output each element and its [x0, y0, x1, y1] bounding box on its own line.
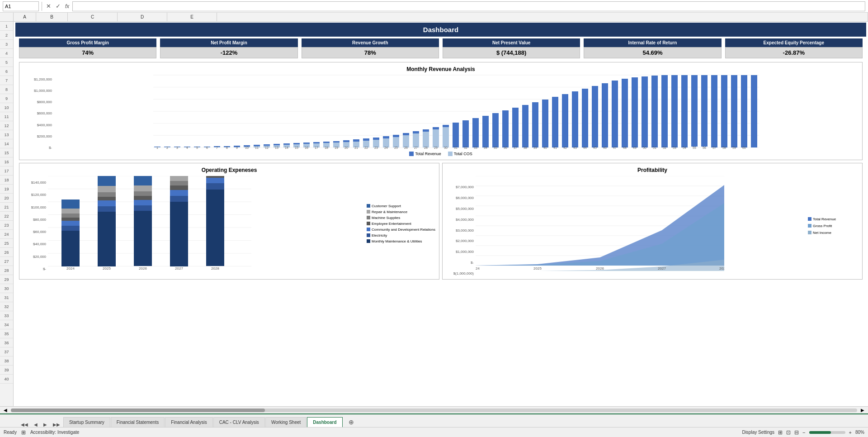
svg-text:58: 58: [722, 146, 726, 149]
svg-rect-174: [98, 206, 116, 212]
svg-text:33: 33: [474, 146, 477, 149]
svg-text:26: 26: [404, 146, 408, 149]
svg-rect-185: [134, 185, 152, 191]
col-header-B: B: [36, 13, 68, 21]
svg-rect-194: [206, 183, 224, 190]
svg-text:41: 41: [553, 146, 557, 149]
kpi-eep: Expected Equity Percentage -26.87%: [725, 38, 863, 58]
formula-input[interactable]: [72, 1, 865, 11]
svg-rect-196: [206, 176, 224, 178]
tab-startup-summary[interactable]: Startup Summary: [63, 417, 110, 427]
formula-bar-sep: [42, 2, 42, 11]
zoom-level: 80%: [855, 430, 864, 435]
svg-text:60: 60: [742, 146, 746, 149]
svg-text:56: 56: [703, 146, 706, 149]
svg-rect-190: [170, 185, 188, 190]
cancel-icon[interactable]: ✕: [45, 3, 52, 10]
zoom-plus-icon[interactable]: +: [849, 430, 852, 435]
svg-rect-191: [170, 181, 188, 185]
status-bar: Ready ⊞ Accessibility: Investigate Displ…: [0, 427, 868, 437]
page-break-icon[interactable]: ⊟: [794, 429, 799, 436]
svg-rect-54: [622, 79, 628, 147]
svg-text:25: 25: [394, 146, 398, 149]
svg-rect-48: [562, 94, 568, 147]
svg-text:44: 44: [583, 146, 587, 149]
svg-rect-57: [651, 76, 658, 147]
svg-text:27: 27: [414, 146, 418, 149]
svg-text:29: 29: [434, 146, 438, 149]
svg-rect-60: [681, 75, 688, 147]
svg-rect-44: [522, 105, 528, 147]
svg-text:21: 21: [354, 146, 358, 149]
status-ready: Ready: [4, 430, 17, 435]
fx-icon[interactable]: fx: [64, 3, 71, 10]
tab-working-sheet[interactable]: Working Sheet: [265, 417, 307, 427]
op-expenses-svg: 2024 2025 2026 2027 2028: [48, 176, 251, 271]
svg-rect-189: [170, 190, 188, 196]
svg-text:4: 4: [186, 146, 188, 149]
svg-rect-175: [98, 200, 116, 206]
zoom-minus-icon[interactable]: −: [802, 430, 805, 435]
svg-text:36: 36: [504, 146, 507, 149]
tab-dashboard[interactable]: Dashboard: [307, 417, 342, 427]
tab-cac-clv[interactable]: CAC - CLV Analysis: [213, 417, 265, 427]
svg-text:7: 7: [216, 146, 218, 149]
svg-rect-96: [433, 129, 439, 147]
monthly-revenue-svg: 1 2 3 4 5 6 7 8 9 10 11 12 13 14 15 16 1: [54, 75, 859, 150]
svg-text:2027: 2027: [658, 266, 666, 271]
svg-text:23: 23: [374, 146, 378, 149]
svg-rect-65: [731, 75, 737, 147]
svg-rect-50: [582, 89, 588, 147]
monthly-revenue-title: Monthly Revenue Analysis: [23, 66, 859, 72]
content-area: Dashboard Gross Profit Margin 74% Net Pr…: [14, 22, 868, 406]
svg-rect-168: [61, 221, 80, 226]
profitability-title: Profitability: [446, 167, 859, 173]
tab-nav-left[interactable]: ◀◀: [18, 422, 31, 427]
svg-text:54: 54: [683, 146, 686, 149]
svg-rect-180: [134, 211, 152, 266]
svg-rect-184: [134, 191, 152, 196]
col-header-C: C: [68, 13, 118, 21]
normal-view-icon[interactable]: ⊞: [778, 429, 783, 436]
svg-rect-67: [751, 75, 757, 147]
svg-text:2025: 2025: [103, 266, 111, 271]
svg-text:46: 46: [603, 146, 607, 149]
svg-text:2: 2: [166, 146, 168, 149]
svg-text:12: 12: [265, 146, 269, 149]
tab-nav-prev[interactable]: ◀: [31, 422, 40, 427]
svg-text:2028: 2028: [211, 266, 219, 271]
svg-text:6: 6: [206, 146, 208, 149]
svg-text:55: 55: [693, 146, 696, 149]
svg-rect-39: [472, 118, 479, 147]
confirm-icon[interactable]: ✓: [54, 3, 62, 10]
svg-text:49: 49: [633, 146, 637, 149]
add-sheet-button[interactable]: ⊕: [345, 417, 358, 427]
svg-rect-46: [542, 100, 548, 147]
tab-nav-next[interactable]: ▶: [41, 422, 50, 427]
tab-financial-analysis[interactable]: Financial Analysis: [165, 417, 212, 427]
svg-rect-172: [61, 200, 80, 209]
row-numbers: 1 2 3 4 5 6 7 8 9 10 11 12 13 14 15 16 1…: [0, 22, 14, 406]
svg-text:45: 45: [593, 146, 597, 149]
svg-text:17: 17: [315, 146, 318, 149]
svg-rect-58: [661, 75, 668, 147]
svg-text:14: 14: [285, 146, 288, 149]
svg-text:34: 34: [484, 146, 487, 149]
svg-rect-41: [492, 113, 499, 147]
svg-rect-97: [443, 127, 449, 147]
col-header-D: D: [118, 13, 167, 21]
svg-rect-59: [671, 75, 678, 147]
scroll-right-icon[interactable]: ▶: [859, 408, 866, 413]
svg-rect-187: [170, 202, 188, 266]
tab-nav-right[interactable]: ▶▶: [50, 422, 63, 427]
svg-text:51: 51: [653, 146, 656, 149]
zoom-slider[interactable]: [809, 431, 845, 434]
name-box[interactable]: A1: [3, 1, 39, 11]
svg-rect-178: [98, 186, 116, 192]
display-settings-label[interactable]: Display Settings: [742, 430, 774, 435]
svg-text:30: 30: [444, 146, 448, 149]
svg-rect-186: [134, 176, 152, 185]
page-layout-icon[interactable]: ⊡: [786, 429, 791, 436]
scroll-left-icon[interactable]: ◀: [2, 408, 9, 413]
tab-financial-statements[interactable]: Financial Statements: [111, 417, 165, 427]
